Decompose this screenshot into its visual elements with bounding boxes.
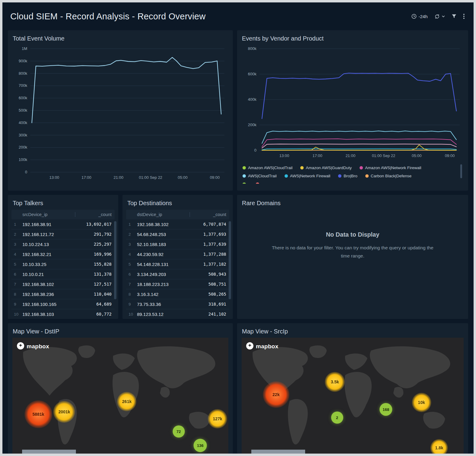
count-cell: 241,102 [187, 312, 226, 317]
table-row[interactable]: 310.10.224.13225,297 [11, 239, 115, 249]
svg-text:500k: 500k [19, 108, 28, 113]
table-row[interactable]: 718.188.223.213508,751 [126, 279, 229, 289]
mapbox-attribution[interactable]: mapbox [246, 342, 279, 351]
legend-item[interactable]: AWS|CloudTrail [243, 174, 277, 178]
count-cell: 110,040 [72, 292, 112, 297]
legend-scrollbar[interactable] [460, 164, 462, 178]
table-scrollbar[interactable] [114, 221, 116, 299]
ip-cell: 10.10.33.25 [22, 262, 72, 267]
ip-cell: 73.75.33.36 [137, 302, 187, 307]
ip-cell: 44.230.59.92 [137, 252, 187, 257]
map-bubble[interactable]: 2 [331, 412, 343, 424]
legend-item[interactable]: Amazon AWS|GuardDuty [300, 166, 352, 170]
table-header[interactable]: dstDevice_ip _count [126, 210, 229, 219]
table-row[interactable]: 1192.168.38.9113,692,017 [11, 219, 115, 229]
map-bubble[interactable]: 127k [208, 409, 227, 428]
map-srcip-canvas[interactable]: mapbox 22k3.5k216810k1.8k [242, 338, 464, 454]
mapbox-logo-icon [17, 342, 24, 351]
count-cell: 508,265 [187, 292, 226, 297]
count-cell: 127,517 [72, 282, 112, 287]
table-row[interactable]: 4192.168.32.21169,996 [11, 249, 115, 259]
no-data-title: No Data to Display [237, 231, 468, 238]
table-row[interactable]: 510.10.33.25155,828 [11, 259, 115, 269]
table-row[interactable]: 254.68.248.2531,377,693 [126, 229, 229, 239]
table-row[interactable]: 554.148.228.1311,377,182 [126, 259, 229, 269]
legend-item[interactable]: Bro|Bro [338, 174, 357, 178]
table-row[interactable]: 10192.168.38.10360,772 [11, 309, 115, 317]
legend-item[interactable]: Carbon Black|Defense [365, 174, 412, 178]
ip-cell: 54.68.248.253 [137, 232, 187, 237]
map-bubble[interactable]: 3.5k [325, 372, 345, 392]
legend-label: Amazon AWS|GuardDuty [306, 166, 352, 170]
table-row[interactable]: 83.16.3.142508,265 [126, 289, 229, 299]
map-bubble[interactable]: 261k [117, 392, 136, 411]
no-data-message: No Data to Display There is no data for … [237, 231, 468, 260]
kebab-menu-button[interactable] [463, 14, 465, 19]
ip-cell: 192.168.38.91 [22, 222, 72, 227]
map-bubble[interactable]: 168 [380, 403, 392, 416]
count-cell: 318,691 [187, 302, 226, 307]
count-cell: 1,377,639 [187, 242, 226, 247]
refresh-control[interactable] [434, 14, 445, 19]
legend-item[interactable]: AWS|Network Firewall [285, 174, 331, 178]
column-header-count[interactable]: _count [78, 212, 112, 217]
svg-text:400k: 400k [248, 97, 257, 102]
map-bubble[interactable]: 5881k [24, 400, 52, 428]
map-bubble[interactable]: 2001k [53, 401, 75, 423]
legend-label: AWS|CloudTrail [248, 174, 277, 178]
table-row[interactable]: 9192.168.100.16564,689 [11, 299, 115, 309]
table-row[interactable]: 1192.168.38.1026,707,874 [126, 219, 229, 229]
row-index: 4 [126, 252, 137, 257]
table-row[interactable]: 1089.123.53.12241,102 [126, 309, 229, 317]
column-header-srcdevice-ip[interactable]: srcDevice_ip [22, 212, 75, 217]
map-bubble[interactable]: 72 [173, 425, 185, 438]
ip-cell: 192.168.121.72 [22, 232, 72, 237]
legend-item[interactable]: Amazon AWS|Network Firewall [360, 166, 421, 170]
filter-button[interactable] [452, 14, 457, 19]
table-row[interactable]: 973.75.33.36318,691 [126, 299, 229, 309]
table-row[interactable]: 63.134.249.203508,943 [126, 269, 229, 279]
row-index: 9 [11, 302, 22, 307]
svg-text:300k: 300k [19, 133, 28, 137]
column-header-dstdevice-ip[interactable]: dstDevice_ip [137, 212, 190, 217]
panel-top-destinations: Top Destinations dstDevice_ip _count 119… [122, 195, 233, 319]
panel-title: Map View - SrcIp [237, 323, 468, 337]
time-range-control[interactable]: -24h [411, 14, 428, 19]
chevron-down-icon [442, 15, 445, 18]
map-dstip-canvas[interactable]: mapbox 5881k2001k261k127k72136 [12, 338, 228, 454]
top-destinations-table: dstDevice_ip _count 1192.168.38.1026,707… [126, 210, 229, 317]
legend-item[interactable] [243, 182, 248, 184]
mapbox-logo-icon [246, 342, 254, 351]
legend-item[interactable]: Amazon AWS|CloudTrail [243, 166, 292, 170]
count-cell: 225,297 [72, 242, 112, 247]
time-range-label: -24h [419, 14, 428, 19]
map-bubble[interactable]: 22k [263, 381, 289, 408]
table-scrollbar[interactable] [229, 221, 231, 299]
ip-cell: 3.16.3.142 [137, 292, 187, 297]
panel-map-srcip: Map View - SrcIp [237, 323, 468, 454]
table-row[interactable]: 352.10.188.1831,377,639 [126, 239, 229, 249]
table-row[interactable]: 7192.168.38.102127,517 [11, 279, 115, 289]
row-index: 5 [11, 262, 22, 267]
ip-cell: 192.168.100.165 [22, 302, 72, 307]
mapbox-attribution[interactable]: mapbox [17, 342, 49, 351]
map-bubble[interactable]: 10k [412, 393, 431, 412]
table-row[interactable]: 8192.168.38.236110,040 [11, 289, 115, 299]
refresh-icon [434, 14, 440, 19]
row-charts: Total Event Volume 0100k200k300k400k500k… [2, 30, 474, 191]
panel-title: Top Talkers [8, 195, 118, 208]
dashboard: Cloud SIEM - Record Analysis - Record Ov… [0, 0, 476, 456]
table-row[interactable]: 444.230.59.921,377,288 [126, 249, 229, 259]
svg-text:0: 0 [25, 170, 27, 174]
table-header[interactable]: srcDevice_ip _count [11, 210, 115, 219]
legend-item[interactable] [256, 182, 261, 184]
table-row[interactable]: 2192.168.121.72291,792 [11, 229, 115, 239]
svg-text:17:00: 17:00 [81, 175, 91, 180]
panel-title: Total Event Volume [8, 30, 233, 44]
map-bubble[interactable]: 136 [194, 439, 207, 452]
total-event-volume-chart[interactable]: 0100k200k300k400k500k600k700k800k900k1M1… [13, 44, 228, 181]
row-index: 2 [126, 232, 137, 237]
column-header-count[interactable]: _count [193, 212, 226, 217]
table-row[interactable]: 610.10.0.21131,378 [11, 269, 115, 279]
events-by-vendor-chart[interactable]: 0200k400k600k800k13:0017:0021:0001:00 Se… [242, 44, 463, 159]
